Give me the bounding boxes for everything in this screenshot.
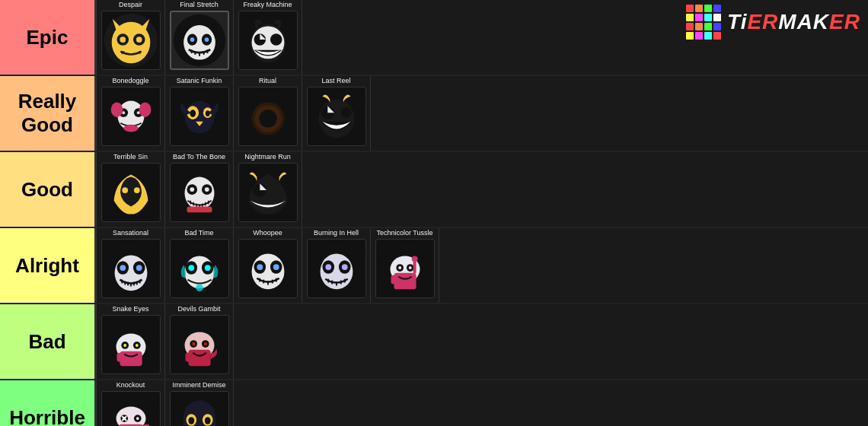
item-last-reel[interactable]: Last Reel <box>302 76 371 151</box>
item-label-burning-in-hell: Burning In Hell <box>302 230 370 237</box>
svg-point-112 <box>398 266 401 269</box>
item-label-nightmare-run: Nightmare Run <box>234 154 302 161</box>
item-imminent-demise[interactable]: Imminent Demise <box>165 380 234 426</box>
svg-rect-118 <box>120 351 142 366</box>
item-bad-time[interactable]: Bad Time <box>165 228 234 303</box>
item-final-stretch[interactable]: Final Stretch <box>165 0 234 75</box>
item-label-freaky-machine: Freaky Machine <box>234 2 302 9</box>
item-img-whoopee <box>238 239 298 298</box>
item-burning-in-hell[interactable]: Burning In Hell <box>302 228 371 303</box>
svg-point-42 <box>318 100 354 138</box>
svg-point-11 <box>204 37 209 42</box>
item-img-bonedoggle <box>101 87 161 146</box>
item-img-last-reel <box>307 87 366 146</box>
svg-point-69 <box>136 265 142 271</box>
svg-point-10 <box>190 37 194 42</box>
item-label-bad-time: Bad Time <box>165 230 233 237</box>
svg-point-115 <box>411 256 417 262</box>
item-label-bad-to-the-bone: Bad To The Bone <box>165 154 233 161</box>
tier-items-bad: Snake Eyes <box>97 304 868 379</box>
item-freaky-machine[interactable]: Freaky Machine <box>234 0 302 75</box>
item-img-satanic-funkin <box>170 87 229 146</box>
tier-label-bad: Bad <box>0 304 97 379</box>
item-label-ritual: Ritual <box>234 78 302 85</box>
svg-point-122 <box>123 344 126 347</box>
logo-grid <box>686 5 721 40</box>
svg-point-4 <box>120 37 126 43</box>
item-img-despair <box>101 11 161 70</box>
item-label-imminent-demise: Imminent Demise <box>165 382 233 389</box>
item-img-bad-time <box>170 239 229 298</box>
tiermaker-logo: TiERMAKER <box>686 5 860 40</box>
item-img-imminent-demise <box>170 391 229 426</box>
tier-list: TiERMAKER Epic Despair <box>0 0 868 426</box>
svg-point-131 <box>203 342 206 345</box>
item-img-burning-in-hell <box>307 239 366 298</box>
svg-point-40 <box>259 110 276 127</box>
item-bonedoggle[interactable]: Bonedoggle <box>97 76 165 151</box>
item-ritual[interactable]: Ritual <box>234 76 302 151</box>
svg-point-89 <box>273 264 279 270</box>
tier-label-horrible: Horrible <box>0 380 97 426</box>
item-label-final-stretch: Final Stretch <box>165 2 233 9</box>
svg-rect-126 <box>188 350 210 366</box>
svg-point-98 <box>325 264 331 270</box>
svg-point-139 <box>136 417 139 420</box>
item-img-terrible-sin <box>101 163 161 222</box>
tier-items-good: Terrible Sin Bad To The Bone <box>97 152 868 227</box>
svg-point-30 <box>139 102 151 116</box>
item-knockout[interactable]: Knockout <box>97 380 165 426</box>
svg-point-35 <box>190 110 196 117</box>
svg-point-52 <box>190 187 194 192</box>
item-technicolor-tussle[interactable]: Technicolor Tussle <box>371 228 439 303</box>
svg-point-21 <box>270 33 282 46</box>
tier-items-horrible: Knockout <box>97 380 868 426</box>
svg-rect-114 <box>413 260 416 274</box>
logo-text: TiERMAKER <box>727 10 860 34</box>
item-nightmare-run[interactable]: Nightmare Run <box>234 152 302 227</box>
svg-point-80 <box>188 265 194 271</box>
item-img-ritual <box>238 87 298 146</box>
svg-point-28 <box>123 125 138 132</box>
tier-label-epic: Epic <box>0 0 97 75</box>
svg-point-123 <box>135 344 138 347</box>
svg-rect-127 <box>185 353 191 362</box>
item-whoopee[interactable]: Whoopee <box>234 228 302 303</box>
svg-point-147 <box>204 417 210 424</box>
tier-row-bad: Bad Snake Eyes <box>0 304 868 380</box>
item-label-satanic-funkin: Satanic Funkin <box>165 78 233 85</box>
item-img-final-stretch <box>170 11 229 70</box>
item-img-technicolor-tussle <box>375 239 435 298</box>
tier-label-alright: Alright <box>0 228 97 303</box>
svg-point-29 <box>110 102 123 116</box>
item-img-devils-gambit <box>170 315 229 374</box>
item-despair[interactable]: Despair <box>97 0 165 75</box>
item-snake-eyes[interactable]: Snake Eyes <box>97 304 165 379</box>
tier-items-alright: Sansational <box>97 228 868 303</box>
svg-point-63 <box>253 183 266 197</box>
item-label-snake-eyes: Snake Eyes <box>97 306 164 313</box>
svg-point-47 <box>133 187 139 193</box>
item-bad-to-the-bone[interactable]: Bad To The Bone <box>165 152 234 227</box>
item-img-freaky-machine <box>238 11 298 70</box>
svg-point-46 <box>122 187 128 193</box>
item-label-technicolor-tussle: Technicolor Tussle <box>371 230 439 237</box>
item-devils-gambit[interactable]: Devils Gambit <box>165 304 234 379</box>
svg-point-130 <box>192 342 195 345</box>
svg-rect-109 <box>391 275 397 285</box>
svg-rect-119 <box>116 353 123 362</box>
tier-label-really-good: Really Good <box>0 76 97 151</box>
svg-point-68 <box>120 265 126 271</box>
item-terrible-sin[interactable]: Terrible Sin <box>97 152 165 227</box>
tier-row-really-good: Really Good Bonedoggle <box>0 76 868 152</box>
item-label-despair: Despair <box>97 2 164 9</box>
svg-point-36 <box>205 110 209 116</box>
svg-point-83 <box>196 284 203 291</box>
item-img-snake-eyes <box>101 315 161 374</box>
svg-point-100 <box>341 264 347 270</box>
item-img-knockout <box>101 391 161 426</box>
item-satanic-funkin[interactable]: Satanic Funkin <box>165 76 234 151</box>
item-img-sansational <box>101 239 161 298</box>
item-img-bad-to-the-bone <box>170 163 229 222</box>
item-sansational[interactable]: Sansational <box>97 228 165 303</box>
